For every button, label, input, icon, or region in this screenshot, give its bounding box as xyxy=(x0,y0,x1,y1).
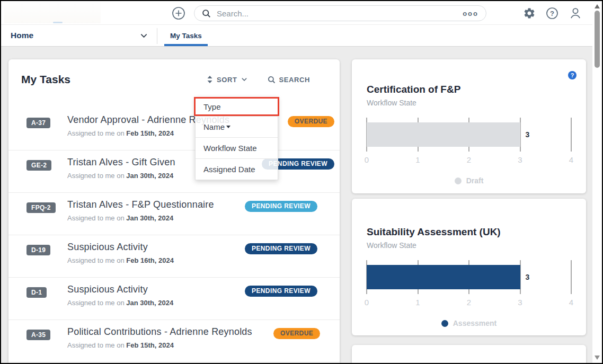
search-icon xyxy=(268,76,276,84)
task-row[interactable]: D-19 Suspicious Activity Assigned to me … xyxy=(8,235,340,278)
task-main: Suspicious Activity Assigned to me on Fe… xyxy=(67,242,174,264)
sort-button[interactable]: SORT xyxy=(203,75,251,84)
task-id-badge: GE-2 xyxy=(26,160,51,171)
home-menu[interactable]: Home xyxy=(1,25,157,46)
settings-button[interactable] xyxy=(522,7,536,21)
sort-arrows-icon xyxy=(207,75,213,84)
chart-title: Certification of F&P xyxy=(367,84,571,95)
axis-tick xyxy=(571,260,572,294)
axis-tick-label: 0 xyxy=(365,155,369,164)
sort-menu-item-assigned-date[interactable]: Assigned Date xyxy=(196,158,278,180)
legend-dot xyxy=(455,177,462,184)
task-id-badge: D-1 xyxy=(26,287,47,298)
chart-card-certification: ? Certification of F&P Workflow State 30… xyxy=(352,59,586,193)
legend-item-assessment[interactable]: Assessment xyxy=(441,319,497,327)
chart-subtitle: Workflow State xyxy=(367,99,571,107)
scrollbar-thumb[interactable] xyxy=(595,11,600,68)
scroll-down-arrow-icon[interactable] xyxy=(595,356,600,360)
task-list: A-37 Vendor Approval - Adrienne Reynolds… xyxy=(8,108,340,362)
user-icon xyxy=(569,6,582,20)
search-input[interactable] xyxy=(216,8,463,19)
panel-title: My Tasks xyxy=(21,73,70,86)
create-button[interactable] xyxy=(172,6,185,20)
task-id-badge: FPQ-2 xyxy=(26,202,56,213)
chevron-down-icon xyxy=(140,32,148,40)
tab-label: My Tasks xyxy=(170,32,202,40)
axis-tick-label: 2 xyxy=(467,155,471,164)
more-options-icon[interactable]: ooo xyxy=(463,10,478,17)
sort-menu-item-workflow-state[interactable]: Workflow State xyxy=(196,137,278,158)
bar-value-label: 3 xyxy=(526,130,530,139)
svg-text:?: ? xyxy=(550,10,554,17)
global-search[interactable]: ooo xyxy=(194,5,486,21)
bar-assessment[interactable] xyxy=(367,265,520,289)
axis-tick xyxy=(571,118,572,152)
active-tab-indicator xyxy=(164,44,208,46)
panel-controls: SORT SEARCH xyxy=(203,75,313,84)
sort-menu-item-name[interactable]: Name xyxy=(196,116,278,137)
card-partial xyxy=(352,345,586,363)
logo-accent xyxy=(53,22,63,23)
task-title[interactable]: Suspicious Activity xyxy=(67,284,173,295)
chart-legend: Assessment xyxy=(352,319,586,327)
task-assigned-line: Assigned to me on Feb 15th, 2024 xyxy=(67,341,252,349)
sort-menu: TypeNameWorkflow StateAssigned Date xyxy=(195,97,278,180)
chart-card-suitability: Suitability Assessment (UK) Workflow Sta… xyxy=(352,199,586,335)
chart-plot: 3 xyxy=(367,118,571,152)
assigned-prefix: Assigned to me on xyxy=(67,172,125,180)
sort-menu-item-type[interactable]: Type xyxy=(194,97,279,116)
task-row[interactable]: A-35 Political Contributions - Adrienne … xyxy=(8,320,340,362)
axis-tick-label: 0 xyxy=(365,298,369,307)
menu-item-label: Name xyxy=(203,122,225,131)
help-button[interactable]: ? xyxy=(545,7,559,21)
menu-item-label: Type xyxy=(203,102,221,111)
chart-title: Suitability Assessment (UK) xyxy=(367,226,571,238)
task-id-badge: A-37 xyxy=(26,118,50,128)
legend-label: Draft xyxy=(466,176,484,185)
assigned-date: Feb 16th, 2024 xyxy=(126,256,174,264)
help-badge-icon[interactable]: ? xyxy=(568,71,577,79)
task-title[interactable]: Suspicious Activity xyxy=(67,242,174,253)
assigned-prefix: Assigned to me on xyxy=(67,214,125,222)
task-assigned-line: Assigned to me on Jan 30th, 2024 xyxy=(67,214,214,222)
axis-tick-label: 2 xyxy=(467,298,471,307)
bar-draft[interactable] xyxy=(367,122,520,147)
task-row[interactable]: A-37 Vendor Approval - Adrienne Reynolds… xyxy=(8,108,340,150)
topbar: ooo ? xyxy=(1,1,592,25)
scroll-up-arrow-icon[interactable] xyxy=(595,4,600,8)
search-tasks-button[interactable]: SEARCH xyxy=(264,75,314,84)
task-row[interactable]: FPQ-2 Tristan Alves - F&P Questionnaire … xyxy=(8,193,340,235)
status-badge: PENDING REVIEW xyxy=(245,201,317,212)
assigned-prefix: Assigned to me on xyxy=(67,256,125,264)
logo-area[interactable] xyxy=(4,2,101,23)
navbar: Home My Tasks xyxy=(1,25,592,47)
task-title[interactable]: Political Contributions - Adrienne Reyno… xyxy=(67,326,252,338)
axis-tick-label: 4 xyxy=(569,298,573,307)
task-main: Tristan Alves - Gift Given Assigned to m… xyxy=(67,157,175,180)
assigned-date: Feb 15th, 2024 xyxy=(126,129,174,137)
bar-chart: 301234Draft xyxy=(352,118,586,185)
task-title[interactable]: Tristan Alves - F&P Questionnaire xyxy=(67,199,214,210)
tab-my-tasks[interactable]: My Tasks xyxy=(164,25,208,46)
assigned-prefix: Assigned to me on xyxy=(67,299,125,307)
task-title[interactable]: Tristan Alves - Gift Given xyxy=(67,157,175,168)
content-area: My Tasks SORT SEARCH A-37 Vendor Approva… xyxy=(1,47,592,363)
task-id-badge: A-35 xyxy=(26,330,50,340)
axis-tick-label: 1 xyxy=(415,298,420,307)
scrollbar[interactable] xyxy=(592,1,602,363)
axis-tick-labels: 01234 xyxy=(367,298,571,307)
task-assigned-line: Assigned to me on Jan 30th, 2024 xyxy=(67,299,173,307)
task-row[interactable]: GE-2 Tristan Alves - Gift Given Assigned… xyxy=(8,150,340,193)
status-badge: PENDING REVIEW xyxy=(245,286,317,297)
profile-button[interactable] xyxy=(568,6,582,21)
status-badge: OVERDUE xyxy=(288,116,334,127)
menu-item-label: Workflow State xyxy=(203,144,257,153)
sort-label: SORT xyxy=(217,76,237,84)
axis-tick-label: 3 xyxy=(518,155,522,164)
home-label: Home xyxy=(11,31,33,40)
search-label: SEARCH xyxy=(279,76,311,84)
panel-header: My Tasks SORT SEARCH xyxy=(8,59,340,86)
legend-item-draft[interactable]: Draft xyxy=(455,176,484,185)
task-row[interactable]: D-1 Suspicious Activity Assigned to me o… xyxy=(8,278,340,320)
gear-icon xyxy=(523,7,536,20)
